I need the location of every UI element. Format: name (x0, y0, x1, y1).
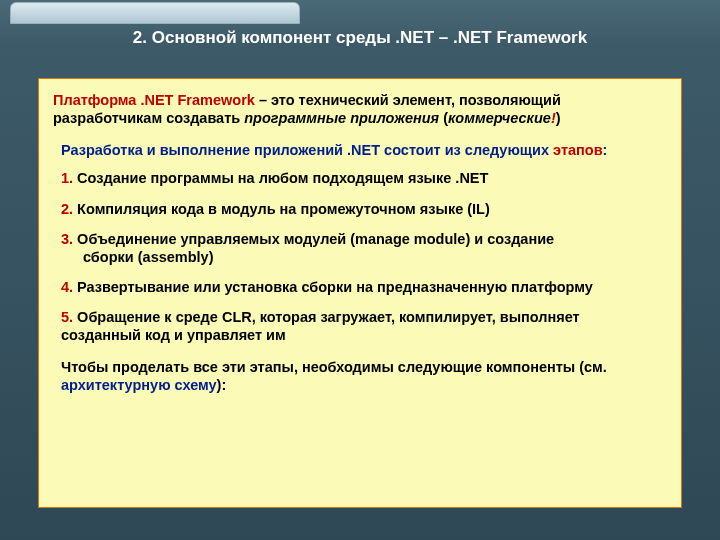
step-1: 1. Создание программы на любом подходяще… (61, 169, 667, 187)
step-1-num: 1. (61, 170, 73, 186)
footer-note: Чтобы проделать все эти этапы, необходим… (61, 358, 667, 394)
intro-ital2: коммерческие (448, 110, 551, 126)
subhead-accent: этапов (553, 142, 603, 158)
title-tab-decoration (10, 2, 300, 24)
stages-heading: Разработка и выполнение приложений .NET … (61, 141, 667, 159)
slide-title: 2. Основной компонент среды .NET – .NET … (0, 28, 720, 48)
step-5-text-b: созданный код и управляет им (61, 326, 667, 344)
step-3-num: 3. (61, 231, 73, 247)
intro-paragraph: Платформа .NET Framework – это техническ… (53, 91, 667, 127)
step-2: 2. Компиляция кода в модуль на промежуто… (61, 200, 667, 218)
foot-a: Чтобы проделать все эти этапы, необходим… (61, 359, 607, 375)
step-5: 5. Обращение к среде CLR, которая загруж… (61, 308, 667, 344)
step-5-num: 5. (61, 309, 73, 325)
subhead-main: Разработка и выполнение приложений .NET … (61, 142, 553, 158)
step-3-text-a: Объединение управляемых модулей (manage … (73, 231, 554, 247)
step-2-num: 2. (61, 201, 73, 217)
content-panel: Платформа .NET Framework – это техническ… (38, 78, 682, 508)
intro-paren-open: ( (439, 110, 448, 126)
step-4-text: Развертывание или установка сборки на пр… (73, 279, 593, 295)
step-4: 4. Развертывание или установка сборки на… (61, 278, 667, 296)
intro-ital1: программные приложения (244, 110, 439, 126)
intro-lead: Платформа .NET Framework (53, 92, 255, 108)
step-4-num: 4. (61, 279, 73, 295)
intro-paren-close: ) (556, 110, 561, 126)
foot-b: ): (217, 377, 227, 393)
foot-link: архитектурную схему (61, 377, 217, 393)
step-1-text: Создание программы на любом подходящем я… (73, 170, 488, 186)
step-3: 3. Объединение управляемых модулей (mana… (61, 230, 667, 266)
step-2-text: Компиляция кода в модуль на промежуточно… (73, 201, 490, 217)
subhead-colon: : (603, 142, 608, 158)
step-5-text-a: Обращение к среде CLR, которая загружает… (73, 309, 580, 325)
step-3-text-b: сборки (assembly) (83, 248, 667, 266)
